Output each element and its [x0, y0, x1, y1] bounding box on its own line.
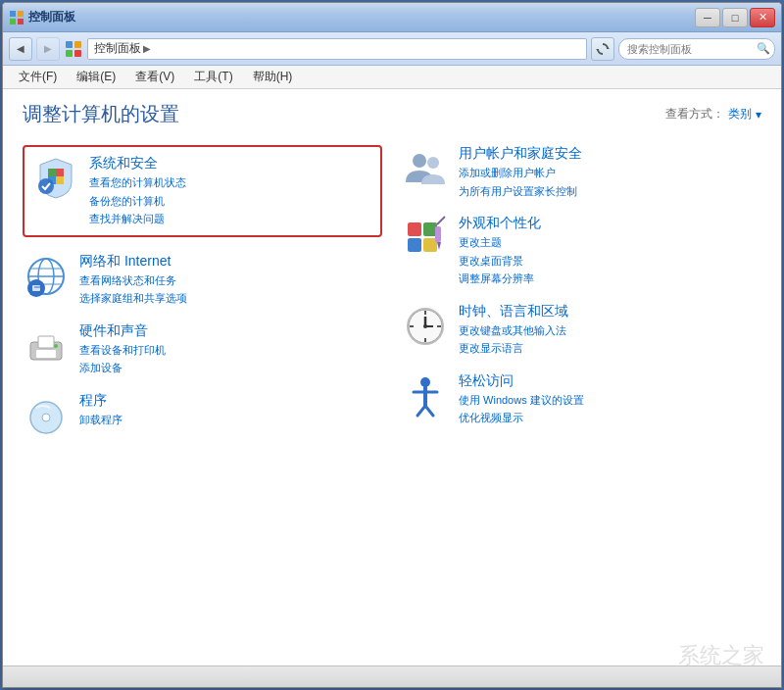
menu-file[interactable]: 文件(F) — [11, 67, 65, 87]
system-security-link-3[interactable]: 查找并解决问题 — [89, 211, 186, 227]
clock-icon — [402, 303, 449, 350]
search-wrapper: 🔍 — [618, 38, 775, 60]
programs-link-1[interactable]: 卸载程序 — [79, 412, 122, 428]
address-arrow: ▶ — [143, 43, 151, 54]
appearance-link-1[interactable]: 更改主题 — [459, 234, 541, 251]
svg-rect-27 — [408, 222, 421, 236]
svg-rect-17 — [32, 285, 40, 291]
svg-rect-21 — [38, 336, 54, 348]
forward-button[interactable]: ▶ — [36, 37, 60, 61]
system-security-link-1[interactable]: 查看您的计算机状态 — [89, 174, 186, 191]
ease-access-icon — [402, 372, 449, 419]
refresh-icon — [596, 42, 610, 56]
svg-rect-3 — [18, 19, 24, 25]
svg-rect-0 — [10, 11, 16, 17]
appearance-link-2[interactable]: 更改桌面背景 — [459, 253, 541, 270]
system-security-text: 系统和安全 查看您的计算机状态 备份您的计算机 查找并解决问题 — [89, 155, 186, 227]
window-icon — [9, 10, 24, 25]
clock-title[interactable]: 时钟、语言和区域 — [459, 303, 568, 320]
hardware-title[interactable]: 硬件和声音 — [79, 322, 166, 340]
svg-rect-5 — [74, 41, 81, 48]
svg-line-31 — [437, 217, 445, 224]
network-icon — [23, 253, 70, 300]
cp-item-ease-access[interactable]: 轻松访问 使用 Windows 建议的设置 优化视频显示 — [402, 372, 761, 426]
svg-line-46 — [425, 406, 433, 416]
address-path[interactable]: 控制面板 ▶ — [87, 38, 587, 60]
hardware-icon — [23, 322, 70, 370]
user-accounts-title[interactable]: 用户帐户和家庭安全 — [459, 145, 582, 163]
network-link-1[interactable]: 查看网络状态和任务 — [79, 272, 187, 289]
appearance-link-3[interactable]: 调整屏幕分辨率 — [459, 271, 541, 287]
hardware-link-1[interactable]: 查看设备和打印机 — [79, 342, 166, 359]
content-header: 调整计算机的设置 查看方式： 类别 ▾ — [3, 89, 781, 135]
svg-rect-2 — [10, 19, 16, 25]
programs-title[interactable]: 程序 — [79, 392, 122, 410]
svg-rect-1 — [18, 11, 24, 17]
cp-item-appearance[interactable]: 外观和个性化 更改主题 更改桌面背景 调整屏幕分辨率 — [402, 215, 761, 287]
cp-grid: 系统和安全 查看您的计算机状态 备份您的计算机 查找并解决问题 — [3, 135, 781, 665]
cp-item-programs[interactable]: 程序 卸载程序 — [23, 392, 382, 439]
ease-access-text: 轻松访问 使用 Windows 建议的设置 优化视频显示 — [459, 372, 584, 426]
network-link-2[interactable]: 选择家庭组和共享选项 — [79, 290, 187, 307]
menu-help[interactable]: 帮助(H) — [245, 67, 301, 87]
back-button[interactable]: ◀ — [9, 37, 32, 61]
network-title[interactable]: 网络和 Internet — [79, 253, 187, 271]
clock-link-2[interactable]: 更改显示语言 — [459, 340, 568, 357]
main-content: 调整计算机的设置 查看方式： 类别 ▾ — [3, 89, 781, 665]
ease-access-link-1[interactable]: 使用 Windows 建议的设置 — [459, 392, 584, 409]
maximize-button[interactable]: □ — [722, 8, 748, 27]
system-security-title[interactable]: 系统和安全 — [89, 155, 186, 172]
svg-rect-32 — [435, 226, 441, 242]
svg-point-22 — [54, 344, 58, 348]
svg-point-41 — [423, 324, 427, 328]
appearance-text: 外观和个性化 更改主题 更改桌面背景 调整屏幕分辨率 — [459, 215, 541, 287]
svg-point-26 — [427, 157, 439, 169]
title-bar: 控制面板 ─ □ ✕ — [3, 3, 781, 32]
title-bar-controls: ─ □ ✕ — [695, 8, 775, 27]
cp-item-inner-system: 系统和安全 查看您的计算机状态 备份您的计算机 查找并解决问题 — [32, 155, 372, 227]
view-options: 查看方式： 类别 ▾ — [665, 106, 761, 123]
cp-item-hardware[interactable]: 硬件和声音 查看设备和打印机 添加设备 — [23, 322, 382, 376]
cp-column-left: 系统和安全 查看您的计算机状态 备份您的计算机 查找并解决问题 — [23, 145, 382, 656]
address-path-text: 控制面板 — [94, 40, 141, 57]
title-bar-left: 控制面板 — [9, 9, 75, 25]
search-button[interactable]: 🔍 — [756, 41, 771, 57]
hardware-text: 硬件和声音 查看设备和打印机 添加设备 — [79, 322, 166, 376]
cp-item-system-security[interactable]: 系统和安全 查看您的计算机状态 备份您的计算机 查找并解决问题 — [23, 145, 382, 237]
svg-rect-28 — [423, 222, 437, 236]
programs-text: 程序 卸载程序 — [79, 392, 122, 428]
window-title: 控制面板 — [28, 9, 75, 25]
view-dropdown-arrow[interactable]: ▾ — [756, 108, 761, 122]
cp-item-clock[interactable]: 时钟、语言和区域 更改键盘或其他输入法 更改显示语言 — [402, 303, 761, 357]
svg-point-10 — [38, 178, 54, 194]
appearance-title[interactable]: 外观和个性化 — [459, 215, 541, 232]
menu-edit[interactable]: 编辑(E) — [69, 67, 123, 87]
svg-rect-7 — [74, 50, 81, 57]
hardware-link-2[interactable]: 添加设备 — [79, 360, 166, 376]
user-accounts-icon — [402, 145, 449, 192]
programs-icon — [23, 392, 70, 439]
svg-line-45 — [417, 406, 425, 416]
user-accounts-link-2[interactable]: 为所有用户设置家长控制 — [459, 183, 582, 200]
svg-rect-29 — [408, 238, 421, 252]
view-type-link[interactable]: 类别 — [728, 106, 752, 123]
clock-link-1[interactable]: 更改键盘或其他输入法 — [459, 322, 568, 339]
menu-tools[interactable]: 工具(T) — [186, 67, 240, 87]
cp-item-network[interactable]: 网络和 Internet 查看网络状态和任务 选择家庭组和共享选项 — [23, 253, 382, 307]
user-accounts-text: 用户帐户和家庭安全 添加或删除用户帐户 为所有用户设置家长控制 — [459, 145, 582, 199]
system-security-link-2[interactable]: 备份您的计算机 — [89, 193, 186, 210]
menu-view[interactable]: 查看(V) — [127, 67, 182, 87]
address-bar-icon — [64, 39, 83, 59]
close-button[interactable]: ✕ — [750, 8, 775, 27]
ease-access-link-2[interactable]: 优化视频显示 — [459, 410, 584, 426]
svg-rect-30 — [423, 238, 437, 252]
status-bar — [3, 665, 781, 687]
address-bar: ◀ ▶ 控制面板 ▶ 🔍 — [3, 32, 781, 66]
minimize-button[interactable]: ─ — [695, 8, 720, 27]
ease-access-title[interactable]: 轻松访问 — [459, 372, 584, 390]
refresh-button[interactable] — [591, 37, 614, 61]
user-accounts-link-1[interactable]: 添加或删除用户帐户 — [459, 165, 582, 181]
cp-item-user-accounts[interactable]: 用户帐户和家庭安全 添加或删除用户帐户 为所有用户设置家长控制 — [402, 145, 761, 199]
svg-rect-6 — [66, 50, 73, 57]
search-input[interactable] — [618, 38, 775, 60]
